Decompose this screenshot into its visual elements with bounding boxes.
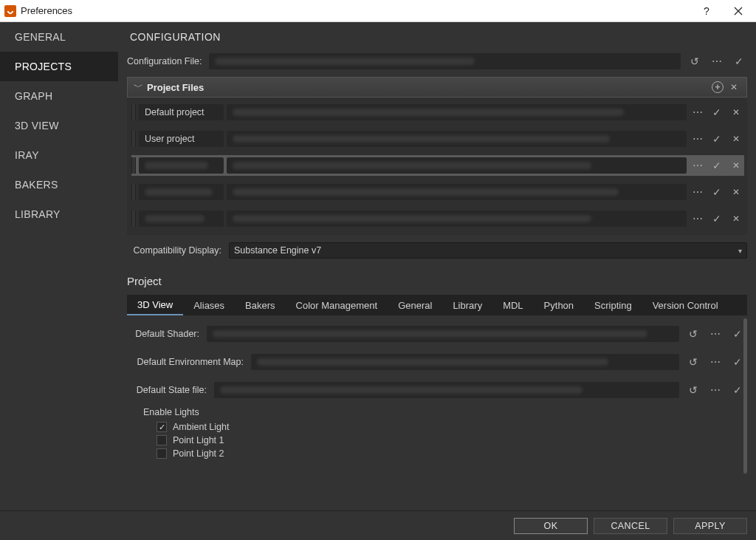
point-light-2-label: Point Light 2 xyxy=(173,448,224,459)
reset-icon[interactable] xyxy=(687,53,703,69)
apply-button[interactable]: APPLY xyxy=(673,518,747,534)
sidebar-item-library[interactable]: LIBRARY xyxy=(0,199,118,229)
drag-handle-icon[interactable] xyxy=(131,211,136,227)
config-file-row: Configuration File: xyxy=(127,53,747,69)
project-file-name[interactable] xyxy=(139,211,224,227)
remove-icon[interactable] xyxy=(728,211,744,227)
confirm-icon[interactable] xyxy=(709,131,725,147)
sidebar-item-bakers[interactable]: BAKERS xyxy=(0,170,118,199)
config-file-label: Configuration File: xyxy=(127,56,203,66)
drag-handle-icon[interactable] xyxy=(131,104,136,120)
browse-icon[interactable] xyxy=(707,326,724,342)
sidebar-item-projects[interactable]: PROJECTS xyxy=(0,52,118,81)
close-group-icon[interactable] xyxy=(726,79,742,95)
browse-icon[interactable] xyxy=(690,157,706,174)
close-button[interactable] xyxy=(721,0,755,22)
sidebar-item-general[interactable]: GENERAL xyxy=(0,22,118,52)
tab-3d-view[interactable]: 3D View xyxy=(127,295,183,315)
project-section-title: Project xyxy=(127,275,747,287)
default-shader-label: Default Shader: xyxy=(134,329,201,339)
project-file-row[interactable]: Default project xyxy=(131,102,744,123)
default-state-label: Default State file: xyxy=(134,385,208,395)
default-envmap-row: Default Environment Map: xyxy=(134,354,746,370)
tab-mdl[interactable]: MDL xyxy=(492,295,533,315)
confirm-icon[interactable] xyxy=(709,104,725,120)
content: CONFIGURATION Configuration File: ﹀ Proj… xyxy=(118,22,756,510)
tab-aliases[interactable]: Aliases xyxy=(183,295,235,315)
browse-icon[interactable] xyxy=(707,354,724,370)
tab-color-management[interactable]: Color Management xyxy=(286,295,388,315)
browse-icon[interactable] xyxy=(690,131,706,147)
chevron-down-icon[interactable]: ﹀ xyxy=(132,81,144,94)
project-file-row[interactable]: User project xyxy=(131,129,744,149)
browse-icon[interactable] xyxy=(690,184,706,200)
default-shader-row: Default Shader: xyxy=(134,326,746,342)
browse-icon[interactable] xyxy=(709,53,725,69)
compatibility-select[interactable]: Substance Engine v7 xyxy=(229,242,747,259)
confirm-icon[interactable] xyxy=(709,184,725,200)
confirm-icon[interactable] xyxy=(731,53,747,69)
project-file-path[interactable] xyxy=(227,211,687,227)
close-icon xyxy=(734,7,743,16)
project-file-path[interactable] xyxy=(227,104,687,120)
ok-button[interactable]: OK xyxy=(514,518,588,534)
project-tabs: 3D View Aliases Bakers Color Management … xyxy=(127,295,747,315)
browse-icon[interactable] xyxy=(690,211,706,227)
project-file-row[interactable] xyxy=(131,208,744,229)
remove-icon[interactable] xyxy=(728,131,744,147)
point-light-2-checkbox[interactable] xyxy=(157,448,167,459)
tab-version-control[interactable]: Version Control xyxy=(642,295,729,315)
browse-icon[interactable] xyxy=(690,104,706,120)
default-state-row: Default State file: xyxy=(134,382,746,398)
sidebar-item-graph[interactable]: GRAPH xyxy=(0,81,118,111)
confirm-icon[interactable] xyxy=(709,211,725,227)
project-files-title: Project Files xyxy=(147,82,709,93)
project-file-name[interactable] xyxy=(139,184,224,200)
project-file-path[interactable] xyxy=(227,157,687,174)
project-file-path[interactable] xyxy=(227,131,687,147)
browse-icon[interactable] xyxy=(707,382,724,398)
cancel-button[interactable]: CANCEL xyxy=(594,518,667,534)
sidebar-item-3dview[interactable]: 3D VIEW xyxy=(0,111,118,140)
default-shader-input[interactable] xyxy=(207,326,679,342)
project-file-row[interactable] xyxy=(131,155,744,176)
help-button[interactable]: ? xyxy=(692,0,721,22)
sidebar: GENERAL PROJECTS GRAPH 3D VIEW IRAY BAKE… xyxy=(0,22,118,510)
tab-python[interactable]: Python xyxy=(534,295,584,315)
ambient-light-checkbox[interactable] xyxy=(157,422,167,432)
reset-icon[interactable] xyxy=(685,354,701,370)
point-light-1-checkbox[interactable] xyxy=(157,435,167,445)
compatibility-row: Compatibility Display: Substance Engine … xyxy=(127,242,747,259)
remove-icon[interactable] xyxy=(728,104,744,120)
project-file-path[interactable] xyxy=(227,184,687,200)
confirm-icon[interactable] xyxy=(709,157,725,174)
remove-icon[interactable] xyxy=(728,157,744,174)
config-file-input[interactable] xyxy=(209,53,681,69)
drag-handle-icon[interactable] xyxy=(131,184,136,200)
tab-bakers[interactable]: Bakers xyxy=(235,295,285,315)
drag-handle-icon[interactable] xyxy=(131,157,136,174)
project-file-row[interactable] xyxy=(131,182,744,202)
confirm-icon[interactable] xyxy=(729,326,746,342)
tab-general[interactable]: General xyxy=(388,295,442,315)
app-icon xyxy=(4,5,16,17)
reset-icon[interactable] xyxy=(685,326,701,342)
enable-lights-title: Enable Lights xyxy=(143,407,746,417)
drag-handle-icon[interactable] xyxy=(131,131,136,147)
project-file-name[interactable]: Default project xyxy=(139,104,224,120)
project-files-body: Default project User project xyxy=(127,98,747,235)
tab-library[interactable]: Library xyxy=(442,295,492,315)
reset-icon[interactable] xyxy=(685,382,701,398)
add-project-icon[interactable] xyxy=(709,79,726,95)
confirm-icon[interactable] xyxy=(729,354,746,370)
project-file-name[interactable]: User project xyxy=(139,131,224,147)
default-state-input[interactable] xyxy=(214,382,679,398)
point-light-1-label: Point Light 1 xyxy=(173,435,224,445)
default-envmap-input[interactable] xyxy=(251,354,679,370)
remove-icon[interactable] xyxy=(728,184,744,200)
confirm-icon[interactable] xyxy=(729,382,746,398)
tab-scripting[interactable]: Scripting xyxy=(584,295,642,315)
sidebar-item-iray[interactable]: IRAY xyxy=(0,140,118,170)
project-file-name[interactable] xyxy=(139,157,224,174)
project-files-group: ﹀ Project Files Default project xyxy=(127,77,747,235)
